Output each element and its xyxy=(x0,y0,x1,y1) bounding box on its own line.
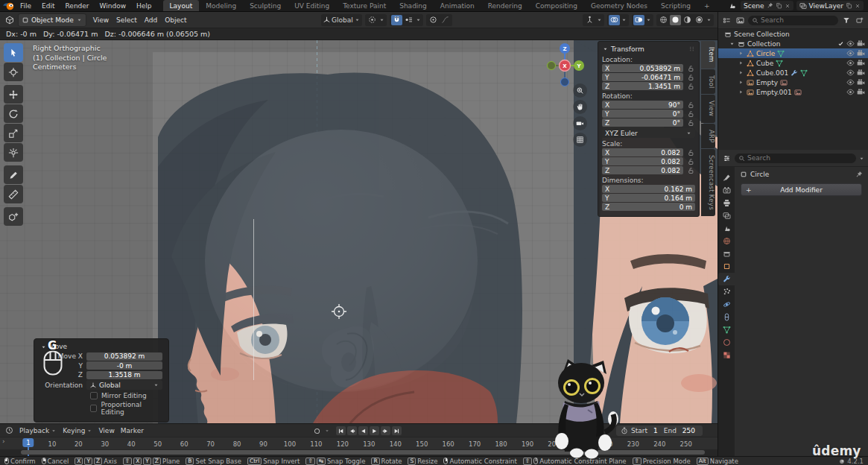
falloff-icon[interactable] xyxy=(440,15,451,25)
new-scene-icon[interactable] xyxy=(776,2,782,9)
expand-arrow-icon[interactable]: › xyxy=(2,437,5,445)
lock-open-icon[interactable] xyxy=(685,167,695,174)
timeline-menu-keying[interactable]: Keying xyxy=(60,427,95,434)
eye-icon[interactable] xyxy=(846,78,855,86)
next-keyframe-button[interactable] xyxy=(381,426,390,435)
new-viewlayer-icon[interactable] xyxy=(846,2,852,9)
shading-solid-icon[interactable] xyxy=(670,15,681,25)
menu-window[interactable]: Window xyxy=(95,2,132,10)
show-gizmo-icon[interactable] xyxy=(584,15,595,25)
value-field[interactable]: 1.3518 m xyxy=(86,371,162,379)
shading-wireframe-icon[interactable] xyxy=(658,15,669,25)
menu-help[interactable]: Help xyxy=(131,2,157,10)
eye-icon[interactable] xyxy=(846,39,855,48)
chevron-down-icon[interactable] xyxy=(858,155,865,162)
close-icon[interactable] xyxy=(855,3,861,9)
new-collection-icon[interactable] xyxy=(854,15,865,25)
option-proportional-editing[interactable]: Proportional Editing xyxy=(90,401,162,416)
viewport-menu-object[interactable]: Object xyxy=(161,16,190,24)
value-field[interactable]: X90° xyxy=(602,101,683,109)
jump-to-end-button[interactable] xyxy=(392,426,402,435)
timeline-editor-icon[interactable] xyxy=(4,426,15,436)
outliner-item-cube[interactable]: Cube xyxy=(718,58,868,68)
chevron-down-icon[interactable] xyxy=(602,45,609,52)
timeline-menu-playback[interactable]: Playback xyxy=(16,427,60,434)
close-icon[interactable] xyxy=(785,3,791,9)
browse-scene-icon[interactable] xyxy=(726,1,738,11)
value-field[interactable]: Y-0.06471 m xyxy=(602,73,683,81)
pan-hand-icon[interactable] xyxy=(573,100,587,114)
properties-tab-scene[interactable] xyxy=(718,222,735,235)
lock-open-icon[interactable] xyxy=(685,101,695,109)
properties-tab-render[interactable] xyxy=(718,184,735,197)
tool-move[interactable] xyxy=(4,85,23,104)
outliner-display-mode-icon[interactable] xyxy=(721,15,732,25)
camera-icon[interactable] xyxy=(857,78,865,86)
end-frame-field[interactable]: 250 xyxy=(679,427,698,434)
workspace-tab-texture-paint[interactable]: Texture Paint xyxy=(336,0,393,11)
tool-rotate[interactable] xyxy=(4,104,23,123)
workspace-tab-uv-editing[interactable]: UV Editing xyxy=(288,0,336,11)
rotation-mode-dropdown[interactable]: XYZ Euler xyxy=(602,128,695,138)
outliner-filter-image-icon[interactable] xyxy=(735,15,746,25)
chevron-down-icon[interactable] xyxy=(324,428,330,434)
value-field[interactable]: Y0.082 xyxy=(602,157,683,165)
add-workspace-button[interactable]: + xyxy=(697,0,717,11)
chevron-down-icon[interactable] xyxy=(729,40,735,47)
properties-tab-view-layer[interactable] xyxy=(718,209,735,222)
tool-scale[interactable] xyxy=(4,124,23,142)
properties-tab-object[interactable] xyxy=(718,260,735,273)
shading-rendered-icon[interactable] xyxy=(694,15,705,25)
option-mirror-editing[interactable]: Mirror Editing xyxy=(90,392,162,399)
workspace-tab-sculpting[interactable]: Sculpting xyxy=(243,0,288,11)
orientation-dropdown[interactable]: Global xyxy=(86,380,162,390)
camera-icon[interactable] xyxy=(857,88,865,96)
timeline-menu-marker[interactable]: Marker xyxy=(118,427,147,434)
zoom-icon[interactable] xyxy=(573,83,587,98)
outliner-search-input[interactable]: Search xyxy=(748,16,838,25)
sidebar-tab-arp[interactable]: ARP xyxy=(701,124,715,149)
properties-tab-tool[interactable] xyxy=(718,171,735,184)
editor-type-icon[interactable] xyxy=(4,15,15,25)
properties-tab-particles[interactable] xyxy=(718,285,735,298)
properties-tab-constraints[interactable] xyxy=(718,311,735,323)
properties-tab-modifiers[interactable] xyxy=(718,273,735,285)
value-field[interactable]: 0.053892 m xyxy=(86,352,162,361)
menu-edit[interactable]: Edit xyxy=(37,2,60,10)
snap-magnet-icon[interactable] xyxy=(391,15,402,25)
outliner-item-empty[interactable]: Empty xyxy=(718,78,868,87)
mode-selector[interactable]: Object Mode xyxy=(18,13,86,27)
sidebar-tab-view[interactable]: View xyxy=(701,95,715,122)
eye-icon[interactable] xyxy=(846,69,855,77)
checkbox-icon[interactable] xyxy=(837,40,844,47)
pin-icon[interactable] xyxy=(767,2,773,9)
value-field[interactable]: Z1.3451 m xyxy=(602,82,683,90)
lock-open-icon[interactable] xyxy=(685,149,695,156)
chevron-down-icon[interactable] xyxy=(40,344,47,350)
properties-tab-data[interactable] xyxy=(718,323,735,336)
lock-open-icon[interactable] xyxy=(685,158,695,165)
blender-logo-icon[interactable] xyxy=(3,1,15,10)
outliner-item-empty.001[interactable]: Empty.001 xyxy=(718,87,868,97)
lock-open-icon[interactable] xyxy=(685,74,695,81)
workspace-tab-shading[interactable]: Shading xyxy=(393,0,434,11)
tool-measure[interactable] xyxy=(4,185,23,203)
value-field[interactable]: Y0.164 m xyxy=(602,194,695,202)
lock-open-icon[interactable] xyxy=(685,65,695,72)
value-field[interactable]: X0.053892 m xyxy=(602,64,683,72)
snap-target-icon[interactable] xyxy=(403,15,414,25)
properties-tab-world[interactable] xyxy=(718,235,735,247)
menu-file[interactable]: File xyxy=(15,2,37,10)
value-field[interactable]: Z0 m xyxy=(602,203,695,211)
value-field[interactable]: Z0° xyxy=(602,118,683,127)
lock-open-icon[interactable] xyxy=(685,119,695,127)
auto-key-record-icon[interactable] xyxy=(311,426,323,436)
checkbox-icon[interactable] xyxy=(90,392,98,399)
properties-editor-icon[interactable] xyxy=(721,153,732,163)
value-field[interactable]: Y0° xyxy=(602,110,683,118)
workspace-tab-rendering[interactable]: Rendering xyxy=(481,0,529,11)
properties-tab-texture[interactable] xyxy=(718,349,735,361)
eye-icon[interactable] xyxy=(846,59,855,67)
properties-tab-material[interactable] xyxy=(718,336,735,349)
value-field[interactable]: X0.082 xyxy=(602,148,683,156)
